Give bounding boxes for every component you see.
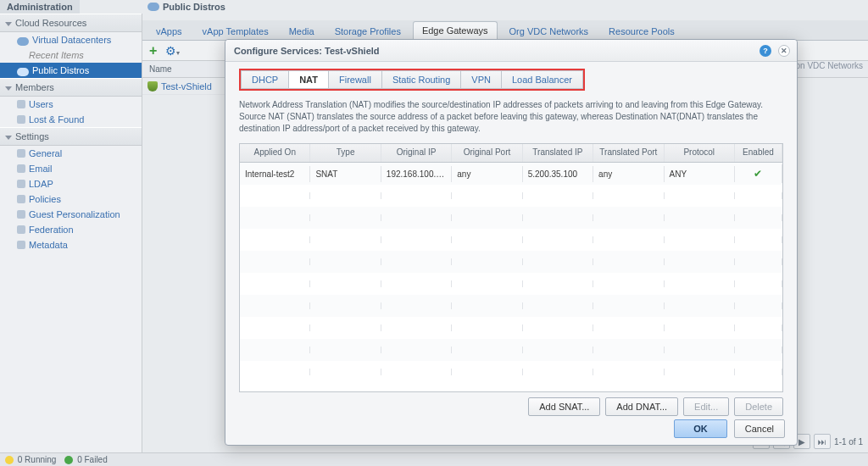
breadcrumb-title: Public Distros	[163, 2, 225, 12]
help-icon[interactable]: ?	[760, 45, 771, 57]
dialog-header[interactable]: Configure Services: Test-vShield ? ✕	[225, 40, 797, 62]
col-applied[interactable]: Applied On	[240, 144, 310, 162]
status-bar: 0 Running 0 Failed	[0, 452, 868, 466]
nat-rule-row	[240, 339, 782, 361]
dlg-tab-vpn[interactable]: VPN	[461, 71, 502, 88]
sidebar-item-federation[interactable]: Federation	[0, 222, 142, 237]
col-enabled[interactable]: Enabled	[735, 144, 782, 162]
add-dnat-button[interactable]: Add DNAT...	[605, 397, 678, 416]
sidebar-item-policies[interactable]: Policies	[0, 191, 142, 207]
sidebar-item-lost[interactable]: Lost & Found	[0, 112, 142, 127]
tab-edge-gateways[interactable]: Edge Gateways	[413, 21, 498, 40]
nat-rule-row	[240, 229, 782, 251]
status-running: 0 Running	[5, 455, 56, 464]
dlg-tab-nat[interactable]: NAT	[289, 71, 329, 88]
tool-icon	[17, 195, 25, 203]
nat-description: Network Address Translation (NAT) modifi…	[239, 99, 783, 135]
tab-vapp-templates[interactable]: vApp Templates	[194, 23, 277, 40]
main-tabs: vApps vApp Templates Media Storage Profi…	[142, 20, 868, 41]
tool-icon	[17, 210, 25, 219]
nat-rule-row	[240, 207, 782, 229]
cancel-button[interactable]: Cancel	[734, 419, 785, 438]
nat-rule-row[interactable]: Internal-test2SNAT192.168.100.0/24any5.2…	[240, 163, 782, 185]
nat-actions: Add SNAT... Add DNAT... Edit... Delete	[239, 397, 783, 416]
sidebar-section-cloud[interactable]: Cloud Resources	[0, 14, 142, 32]
sidebar-item-metadata[interactable]: Metadata	[0, 237, 142, 252]
breadcrumb: Public Distros	[142, 0, 868, 14]
user-icon	[17, 100, 25, 108]
sidebar: Cloud Resources Virtual Datacenters Rece…	[0, 14, 142, 452]
sidebar-section-members[interactable]: Members	[0, 78, 142, 97]
sidebar-item-users[interactable]: Users	[0, 97, 142, 112]
col-tip[interactable]: Translated IP	[523, 144, 593, 162]
shield-icon	[147, 81, 158, 92]
ok-icon	[64, 456, 73, 464]
nat-rule-row	[240, 295, 782, 317]
tool-icon	[17, 241, 25, 249]
add-snat-button[interactable]: Add SNAT...	[528, 397, 600, 416]
running-icon	[5, 456, 14, 464]
dlg-tab-static-routing[interactable]: Static Routing	[382, 71, 461, 88]
sidebar-item-vdc[interactable]: Virtual Datacenters	[0, 32, 142, 47]
add-button[interactable]: +	[149, 44, 157, 58]
sidebar-item-general[interactable]: General	[0, 146, 142, 161]
nat-rule-row	[240, 361, 782, 383]
tool-icon	[17, 180, 25, 188]
nat-rule-row	[240, 185, 782, 207]
col-tport[interactable]: Translated Port	[593, 144, 664, 162]
edit-button[interactable]: Edit...	[683, 397, 729, 416]
ok-button[interactable]: OK	[674, 419, 727, 438]
tab-vapps[interactable]: vApps	[147, 23, 191, 40]
tab-storage[interactable]: Storage Profiles	[326, 23, 409, 40]
close-icon[interactable]: ✕	[778, 45, 790, 57]
col-oip[interactable]: Original IP	[381, 144, 452, 162]
nat-rule-row	[240, 317, 782, 339]
tab-resource-pools[interactable]: Resource Pools	[600, 23, 683, 40]
col-oport[interactable]: Original Port	[452, 144, 522, 162]
pager-label: 1-1 of 1	[834, 437, 863, 447]
sidebar-item-ldap[interactable]: LDAP	[0, 176, 142, 191]
nat-rules-grid: Applied On Type Original IP Original Por…	[239, 143, 783, 392]
sidebar-section-settings[interactable]: Settings	[0, 127, 142, 146]
grid-row-test-vshield[interactable]: Test-vShield	[142, 78, 236, 95]
app-title: Administration	[0, 0, 80, 14]
nat-rule-row	[240, 273, 782, 295]
pager-last[interactable]: ⏭	[814, 434, 831, 449]
actions-button[interactable]: ⚙▾	[165, 44, 180, 58]
nat-grid-header: Applied On Type Original IP Original Por…	[240, 144, 782, 163]
tab-org-vdc[interactable]: Org VDC Networks	[501, 23, 598, 40]
tool-icon	[17, 164, 25, 173]
dlg-tab-dhcp[interactable]: DHCP	[242, 71, 289, 88]
dialog-title: Configure Services: Test-vShield	[234, 46, 380, 56]
col-proto[interactable]: Protocol	[665, 144, 735, 162]
check-icon: ✔	[754, 168, 762, 180]
configure-services-dialog: Configure Services: Test-vShield ? ✕ DHC…	[225, 39, 798, 446]
cloud-icon	[17, 37, 29, 46]
user-icon	[17, 115, 25, 124]
dialog-tabs: DHCP NAT Firewall Static Routing VPN Loa…	[241, 70, 583, 89]
cloud-icon	[17, 68, 29, 76]
nat-rule-row	[240, 251, 782, 273]
sidebar-item-guest[interactable]: Guest Personalization	[0, 207, 142, 222]
grid-row-label: Test-vShield	[161, 81, 212, 92]
cloud-icon	[147, 1, 159, 13]
dlg-tab-load-balancer[interactable]: Load Balancer	[502, 71, 582, 88]
dialog-footer: OK Cancel	[674, 419, 785, 438]
tool-icon	[17, 149, 25, 158]
col-type[interactable]: Type	[310, 144, 381, 162]
delete-button[interactable]: Delete	[734, 397, 783, 416]
tool-icon	[17, 225, 25, 234]
tab-media[interactable]: Media	[281, 23, 323, 40]
dialog-tabs-highlight: DHCP NAT Firewall Static Routing VPN Loa…	[239, 69, 585, 91]
dlg-tab-firewall[interactable]: Firewall	[329, 71, 382, 88]
status-failed: 0 Failed	[64, 455, 107, 464]
sidebar-item-email[interactable]: Email	[0, 161, 142, 176]
sidebar-item-public-distros[interactable]: Public Distros	[0, 63, 142, 78]
sidebar-item-recent[interactable]: Recent Items	[0, 47, 142, 63]
